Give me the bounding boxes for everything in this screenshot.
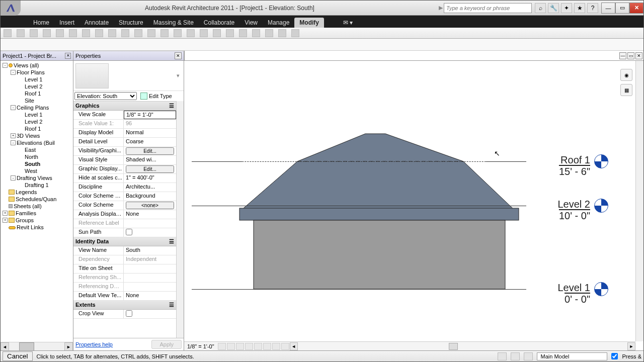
browser-hscroll[interactable]: ◄ ► [1,342,73,350]
qat-icon[interactable] [56,29,64,37]
tree-item[interactable]: +Families [1,210,73,217]
properties-vscroll[interactable] [176,101,184,338]
twisty-icon[interactable]: - [3,63,8,68]
twisty-icon[interactable]: - [11,140,16,145]
worksets-icon[interactable] [498,352,507,360]
qat-icon[interactable] [108,29,116,37]
view-scale-value[interactable]: 1/8" = 1'-0" [124,111,176,119]
viewport-vscroll[interactable] [635,61,643,341]
qat-icon[interactable] [239,29,247,37]
scroll-thumb[interactable] [19,342,34,350]
view-minimize-icon[interactable]: ― [619,52,626,59]
qat-icon[interactable] [226,29,234,37]
qat-icon[interactable] [213,29,221,37]
reveal-hidden-icon[interactable] [281,343,289,350]
hscroll-right-icon[interactable]: ► [627,342,635,350]
tree-item[interactable]: Schedules/Quan [1,196,73,203]
qat-icon[interactable] [147,29,155,37]
tree-item[interactable]: Roof 1 [1,125,73,132]
tab-addins-dropdown[interactable]: ✉ ▾ [340,18,356,28]
tab-insert[interactable]: Insert [54,18,79,28]
hscroll-left-icon[interactable]: ◄ [290,342,298,350]
visual-style-icon[interactable] [227,343,235,350]
editable-only-icon[interactable] [524,352,533,360]
steering-wheel-icon[interactable]: ◉ [620,69,632,81]
twisty-icon[interactable]: + [11,133,16,138]
close-button[interactable]: ✕ [629,3,643,14]
design-options-icon[interactable] [511,352,520,360]
level-line[interactable] [192,206,526,206]
tab-manage[interactable]: Manage [263,18,294,28]
properties-close-icon[interactable]: ✕ [175,52,182,59]
qat-icon[interactable] [160,29,169,37]
tree-item[interactable]: -Elevations (Buil [1,139,73,146]
tree-item[interactable]: Site [1,97,73,104]
graphic-display-edit-button[interactable]: Edit... [126,165,174,173]
tree-item[interactable]: Level 2 [1,118,73,125]
drawing-viewport[interactable]: Roof 115' - 6"Level 210' - 0"Level 10' -… [184,61,643,350]
level-label[interactable]: Level 10' - 0" [558,282,591,305]
level-line[interactable] [192,289,526,290]
project-browser-header[interactable]: Project1 - Project Br... ✕ [1,51,73,60]
section-extents[interactable]: Extents☰ [73,301,176,310]
qat-redo-icon[interactable] [43,29,51,37]
shadows-icon[interactable] [245,343,253,350]
help-icon[interactable]: ? [587,3,598,13]
view-restore-icon[interactable]: ▭ [627,52,634,59]
tree-item[interactable]: Roof 1 [1,90,73,97]
qat-save-icon[interactable] [17,29,25,37]
properties-header[interactable]: Properties ✕ [73,51,184,60]
view-close-icon[interactable]: ✕ [635,52,642,59]
type-selector[interactable]: Elevation: South [74,92,137,100]
press-drag-checkbox[interactable] [611,353,618,359]
tree-item[interactable]: +Groups [1,217,73,224]
level-head-symbol[interactable] [594,282,608,296]
qat-icon[interactable] [278,29,286,37]
tree-item[interactable]: +3D Views [1,132,73,139]
tree-item[interactable]: Revit Links [1,224,73,231]
tree-item[interactable]: Sheets (all) [1,203,73,210]
design-option-selector[interactable]: Main Model [537,352,607,360]
qat-icon[interactable] [252,29,260,37]
tab-view[interactable]: View [239,18,263,28]
qat-icon[interactable] [95,29,103,37]
tree-item[interactable]: -Views (all) [1,62,73,69]
binoculars-icon[interactable]: ⌕ [535,3,546,13]
twisty-icon[interactable]: - [11,175,16,180]
qat-icon[interactable] [69,29,77,37]
maximize-button[interactable]: ▭ [615,3,629,14]
vis-graphics-edit-button[interactable]: Edit... [126,147,174,155]
section-identity[interactable]: Identity Data☰ [73,237,176,246]
favorites-icon[interactable]: ★ [574,3,585,13]
tree-item[interactable]: Level 1 [1,76,73,83]
twisty-icon[interactable]: + [3,218,8,223]
twisty-icon[interactable]: + [3,211,8,216]
edit-type-button[interactable]: Edit Type [139,92,174,100]
scroll-right-icon[interactable]: ► [64,342,73,350]
qat-icon[interactable] [174,29,182,37]
search-input[interactable] [444,3,532,13]
apply-button[interactable]: Apply [151,340,182,349]
properties-help-link[interactable]: Properties help [75,341,113,347]
tree-item[interactable]: South [1,160,73,167]
qat-icon[interactable] [121,29,129,37]
tree-item[interactable]: -Ceiling Plans [1,104,73,111]
twisty-icon[interactable]: - [11,70,16,75]
color-scheme-button[interactable]: <none> [126,202,174,209]
properties-grid[interactable]: Graphics☰ View Scale1/8" = 1'-0" Scale V… [73,101,176,338]
twisty-icon[interactable]: - [11,105,16,110]
sun-path-checkbox[interactable] [126,229,132,235]
project-browser-tree[interactable]: -Views (all)-Floor PlansLevel 1Level 2Ro… [1,61,73,342]
browser-close-icon[interactable]: ✕ [65,53,71,59]
tab-modify[interactable]: Modify [294,18,324,28]
qat-open-icon[interactable] [4,29,12,37]
tab-massing[interactable]: Massing & Site [148,18,199,28]
qat-icon[interactable] [200,29,208,37]
tree-item[interactable]: East [1,146,73,153]
type-dropdown-icon[interactable]: ▾ [177,72,182,79]
crop-view-checkbox[interactable] [126,310,132,317]
tab-structure[interactable]: Structure [114,18,148,28]
crop-region-icon[interactable] [263,343,271,350]
hscroll-thumb[interactable] [449,343,458,350]
qat-icon[interactable] [134,29,142,37]
